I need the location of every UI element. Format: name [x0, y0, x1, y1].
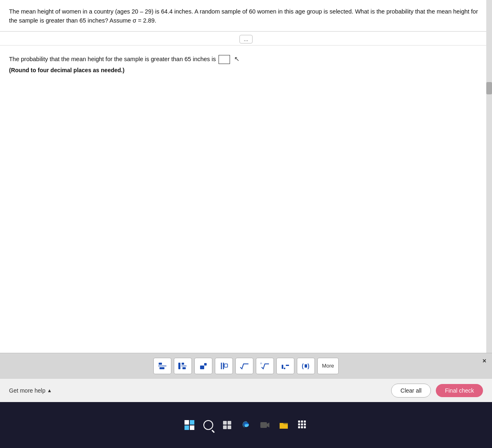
taskbar	[0, 402, 492, 448]
windows-button[interactable]	[183, 418, 196, 432]
absolute-value-button[interactable]	[215, 358, 233, 374]
arrow-up-icon: ▲	[47, 388, 52, 393]
svg-text:(: (	[302, 363, 304, 369]
answer-note: (Round to four decimal places as needed.…	[9, 66, 483, 75]
svg-rect-28	[301, 421, 303, 423]
sqrt-button[interactable]	[235, 358, 253, 374]
question-area: The mean height of women in a country (a…	[0, 0, 492, 32]
right-buttons: Clear all Final check	[391, 384, 483, 398]
svg-point-16	[284, 368, 285, 369]
svg-rect-6	[182, 367, 186, 369]
svg-text:n: n	[260, 362, 262, 365]
final-check-button[interactable]: Final check	[436, 384, 483, 397]
mixed-number-button[interactable]	[174, 358, 192, 374]
svg-rect-21	[223, 421, 227, 425]
task-view-button[interactable]	[221, 418, 234, 432]
svg-rect-3	[178, 363, 180, 369]
svg-rect-15	[282, 365, 283, 369]
answer-prefix: The probability that the mean height for…	[9, 56, 216, 62]
svg-rect-34	[301, 426, 303, 428]
ellipsis-row: ...	[0, 32, 492, 46]
file-explorer-icon	[278, 420, 289, 430]
probability-input[interactable]	[219, 55, 230, 64]
svg-rect-2	[159, 367, 164, 369]
svg-rect-27	[298, 421, 300, 423]
get-more-help-label: Get more help	[9, 387, 46, 394]
svg-rect-11	[224, 364, 228, 367]
search-taskbar-icon	[203, 420, 213, 430]
task-view-icon	[222, 420, 232, 430]
more-button[interactable]: More	[317, 358, 339, 374]
search-taskbar-button[interactable]	[202, 418, 215, 432]
svg-rect-24	[228, 425, 231, 429]
close-button[interactable]: ×	[483, 357, 486, 365]
windows-logo-icon	[184, 420, 194, 430]
edge-icon	[241, 420, 251, 430]
main-content: The mean height of women in a country (a…	[0, 0, 492, 402]
svg-rect-17	[286, 365, 289, 366]
answer-text: The probability that the mean height for…	[9, 54, 483, 64]
svg-rect-19	[305, 364, 307, 368]
svg-rect-8	[204, 363, 207, 366]
camera-button[interactable]	[258, 418, 271, 432]
svg-rect-23	[223, 425, 227, 429]
toolbar-area: n ( ) More ×	[0, 353, 492, 378]
bottom-bar: Get more help ▲ Clear all Final check	[0, 378, 492, 402]
question-text: The mean height of women in a country (a…	[9, 7, 483, 25]
svg-rect-7	[200, 366, 204, 369]
svg-rect-22	[228, 421, 231, 425]
svg-rect-32	[304, 423, 306, 425]
svg-rect-30	[298, 423, 300, 425]
interval-button[interactable]: ( )	[297, 358, 315, 374]
cursor-arrow: ↖	[234, 54, 239, 64]
svg-rect-4	[182, 363, 184, 365]
answer-area: The probability that the mean height for…	[0, 46, 492, 353]
svg-marker-26	[267, 423, 269, 427]
svg-text:): )	[308, 363, 310, 369]
decimal-button[interactable]	[276, 358, 294, 374]
clear-all-button[interactable]: Clear all	[391, 384, 431, 398]
get-more-help-button[interactable]: Get more help ▲	[9, 387, 52, 394]
file-explorer-button[interactable]	[277, 418, 290, 432]
svg-rect-35	[304, 426, 306, 428]
edge-button[interactable]	[239, 418, 253, 432]
svg-rect-33	[298, 426, 300, 428]
nth-root-button[interactable]: n	[256, 358, 274, 374]
tiles-button[interactable]	[296, 418, 309, 432]
svg-rect-25	[260, 422, 267, 428]
svg-rect-29	[304, 421, 306, 423]
scrollbar[interactable]	[486, 0, 492, 378]
superscript-button[interactable]	[194, 358, 212, 374]
camera-icon	[260, 420, 270, 430]
tiles-icon	[297, 420, 308, 430]
ellipsis-button[interactable]: ...	[239, 35, 253, 43]
scrollbar-thumb[interactable]	[486, 82, 492, 94]
svg-rect-0	[159, 363, 162, 365]
svg-rect-31	[301, 423, 303, 425]
fraction-button[interactable]	[153, 358, 171, 374]
